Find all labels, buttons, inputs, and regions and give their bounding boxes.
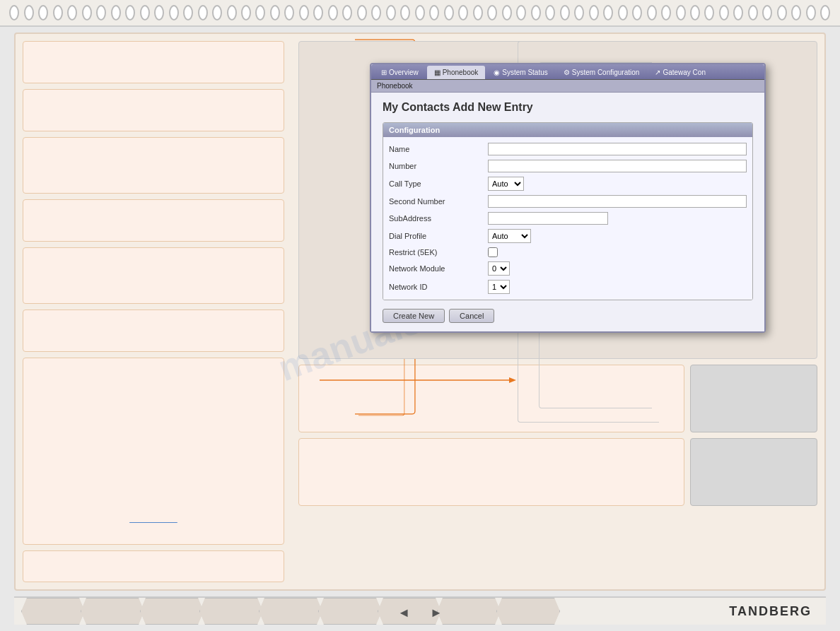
main-area: ___________	[14, 33, 826, 591]
nav-tab-3[interactable]	[140, 598, 204, 625]
bottom-right-box-4	[690, 438, 817, 506]
call-type-select[interactable]: Auto H323 SIP ISDN	[488, 177, 524, 191]
spiral-hole	[328, 5, 338, 20]
spiral-hole	[82, 5, 92, 20]
subaddress-label: SubAddress	[389, 214, 488, 223]
second-number-label: Second Number	[389, 197, 488, 206]
tab-phonebook-label: Phonebook	[443, 69, 479, 76]
spiral-hole	[516, 5, 526, 20]
dial-profile-row: Dial Profile Auto Manual	[389, 229, 747, 243]
config-header: Configuration	[383, 123, 752, 137]
spiral-hole	[545, 5, 555, 20]
nav-tab-1[interactable]	[21, 598, 85, 625]
spiral-hole	[24, 5, 34, 20]
spiral-hole	[400, 5, 410, 20]
bottom-right-box-2	[690, 365, 817, 432]
tab-phonebook[interactable]: ▦ Phonebook	[427, 66, 486, 79]
spiral-hole	[632, 5, 642, 20]
subaddress-row: SubAddress	[389, 212, 747, 225]
left-box-3	[23, 137, 284, 194]
nav-tab-4[interactable]	[199, 598, 263, 625]
spiral-hole	[212, 5, 222, 20]
tab-gateway-con[interactable]: ↗ Gateway Con	[648, 66, 713, 79]
spiral-hole	[38, 5, 48, 20]
spiral-hole	[603, 5, 613, 20]
spiral-hole	[531, 5, 541, 20]
spiral-hole	[255, 5, 265, 20]
spiral-hole	[357, 5, 367, 20]
call-type-label: Call Type	[389, 179, 488, 188]
left-box-6	[23, 309, 284, 352]
tab-system-status[interactable]: ◉ System Status	[486, 66, 554, 79]
spiral-hole	[371, 5, 381, 20]
nav-tab-5[interactable]	[259, 598, 322, 625]
restrict-checkbox[interactable]	[488, 247, 498, 257]
nav-tab-9[interactable]	[496, 598, 560, 625]
network-id-select[interactable]: 1 2 3	[488, 280, 510, 294]
spiral-hole	[777, 5, 787, 20]
right-panel: ⊞ Overview ▦ Phonebook ◉ System Status	[291, 34, 824, 589]
number-label: Number	[389, 162, 488, 170]
spiral-hole	[241, 5, 251, 20]
spiral-hole	[560, 5, 570, 20]
dial-profile-select[interactable]: Auto Manual	[488, 229, 531, 243]
spiral-hole	[502, 5, 512, 20]
network-module-label: Network Module	[389, 264, 488, 273]
second-number-input[interactable]	[488, 195, 747, 208]
dialog-title: My Contacts Add New Entry	[383, 101, 753, 114]
spiral-hole	[284, 5, 294, 20]
spiral-hole	[762, 5, 772, 20]
nav-tab-8[interactable]	[437, 598, 501, 625]
tab-gateway-con-label: Gateway Con	[663, 69, 706, 76]
network-id-row: Network ID 1 2 3	[389, 280, 747, 294]
spiral-hole	[67, 5, 77, 20]
left-box-bottom	[23, 550, 284, 582]
name-row: Name	[389, 143, 747, 155]
nav-back-arrow[interactable]: ◄	[397, 606, 410, 620]
spiral-hole	[169, 5, 179, 20]
spiral-hole	[574, 5, 584, 20]
phonebook-dialog: ⊞ Overview ▦ Phonebook ◉ System Status	[370, 63, 766, 333]
name-label: Name	[389, 145, 488, 153]
nav-arrows: ◄ ►	[397, 606, 443, 620]
top-right-box: ⊞ Overview ▦ Phonebook ◉ System Status	[298, 41, 817, 359]
network-module-select[interactable]: 0 1 2	[488, 261, 510, 276]
left-panel: ___________	[16, 34, 291, 589]
tab-system-status-label: System Status	[502, 69, 547, 76]
create-new-button[interactable]: Create New	[383, 309, 445, 323]
tab-system-configuration[interactable]: ⚙ System Configuration	[556, 66, 647, 79]
spiral-hole	[661, 5, 671, 20]
number-input[interactable]	[488, 160, 747, 172]
spiral-hole	[125, 5, 135, 20]
left-box-5	[23, 247, 284, 304]
spiral-hole	[733, 5, 743, 20]
subaddress-input[interactable]	[488, 212, 608, 225]
spiral-hole	[719, 5, 729, 20]
bottom-right-box-3	[298, 438, 684, 506]
second-number-row: Second Number	[389, 195, 747, 208]
dialog-tabs: ⊞ Overview ▦ Phonebook ◉ System Status	[371, 64, 764, 80]
dialog-buttons: Create New Cancel	[383, 309, 753, 323]
spiral-hole	[690, 5, 700, 20]
phonebook-icon: ▦	[434, 69, 441, 76]
spiral-hole	[111, 5, 121, 20]
spiral-hole	[618, 5, 628, 20]
config-section: Configuration Name Number	[383, 122, 753, 300]
nav-tab-2[interactable]	[81, 598, 144, 625]
overview-icon: ⊞	[381, 69, 387, 76]
left-panel-link[interactable]: ___________	[129, 514, 177, 523]
left-box-4	[23, 199, 284, 242]
dialog-body: My Contacts Add New Entry Configuration …	[371, 93, 764, 331]
spiral-hole	[53, 5, 63, 20]
spiral-hole	[647, 5, 657, 20]
config-table: Name Number Call Type	[383, 137, 752, 300]
nav-forward-arrow[interactable]: ►	[430, 606, 443, 620]
name-input[interactable]	[488, 143, 747, 155]
tab-overview[interactable]: ⊞ Overview	[374, 66, 426, 79]
spiral-hole	[791, 5, 801, 20]
system-status-icon: ◉	[494, 69, 500, 76]
network-id-label: Network ID	[389, 283, 488, 291]
spiral-hole	[270, 5, 280, 20]
cancel-button[interactable]: Cancel	[449, 309, 494, 323]
nav-tab-6[interactable]	[318, 598, 382, 625]
